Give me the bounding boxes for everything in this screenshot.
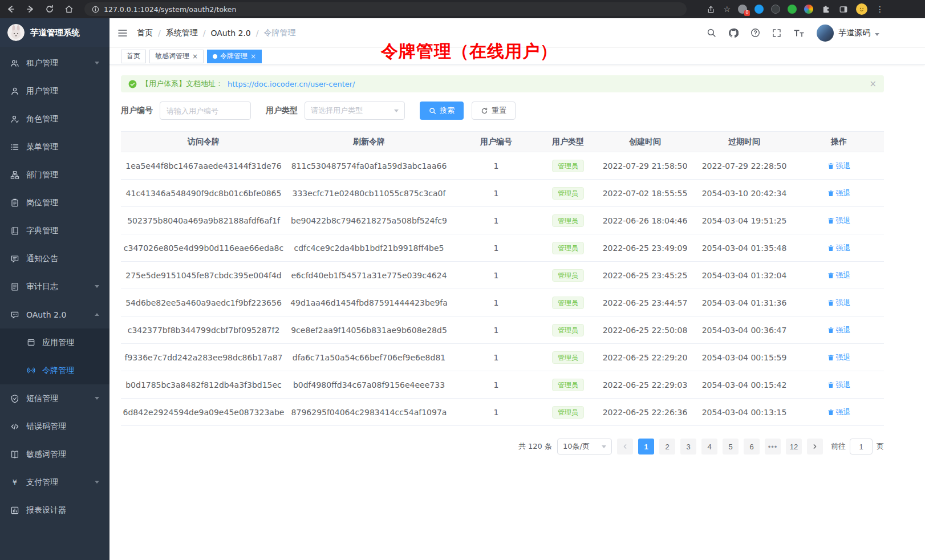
sidebar-item-post[interactable]: 岗位管理: [0, 189, 109, 217]
sidebar-item-pay[interactable]: ¥ 支付管理: [0, 468, 109, 496]
github-icon[interactable]: [728, 28, 739, 38]
font-size-icon[interactable]: [793, 29, 805, 38]
site-info-icon[interactable]: [91, 5, 99, 13]
topbar-actions: 芋道源码: [707, 25, 879, 42]
alert-close-icon[interactable]: ×: [869, 79, 877, 89]
topbar: 首页 / 系统管理 / OAuth 2.0 / 令牌管理: [109, 18, 925, 48]
tab-home[interactable]: 首页: [121, 50, 146, 63]
breadcrumb-oauth[interactable]: OAuth 2.0: [210, 29, 250, 38]
app-icon: [26, 338, 35, 347]
token-icon: [26, 366, 35, 375]
sidebar-item-dict[interactable]: 字典管理: [0, 217, 109, 245]
force-logout-button[interactable]: 强退: [827, 407, 851, 417]
goto-page-input[interactable]: [850, 439, 873, 455]
column-actions: 操作: [794, 132, 884, 152]
table-row: 41c41346a548490f9dc8b01c6bfe0865 333ecfc…: [121, 180, 884, 207]
refresh-token-cell: 9ce8ef2aa9f14056b831ae9b608e28d5: [286, 316, 452, 344]
address-bar[interactable]: 127.0.0.1:1024/system/oauth2/token: [84, 2, 687, 16]
reload-icon[interactable]: [44, 4, 55, 14]
page-size-value: 10条/页: [563, 441, 590, 452]
access-token-cell: 41c41346a548490f9dc8b01c6bfe0865: [121, 180, 286, 207]
next-page-button[interactable]: [807, 439, 823, 455]
sidebar-item-dept[interactable]: 部门管理: [0, 161, 109, 189]
extension-blue-icon[interactable]: [754, 5, 764, 14]
table-row: 502375b8040a469a9b82188afdf6af1f be90422…: [121, 207, 884, 234]
sidebar-item-menu[interactable]: 菜单管理: [0, 133, 109, 161]
extension-download-icon[interactable]: 0: [738, 5, 747, 14]
app-logo[interactable]: 芋道管理系统: [0, 18, 109, 47]
sidebar-item-user[interactable]: 用户管理: [0, 77, 109, 105]
prev-page-button[interactable]: [617, 439, 633, 455]
extensions-puzzle-icon[interactable]: [821, 4, 831, 14]
page-size-select[interactable]: 10条/页: [557, 439, 612, 455]
page-button-1[interactable]: 1: [638, 439, 654, 455]
user-menu[interactable]: 芋道源码: [817, 25, 879, 42]
extension-dark-icon[interactable]: [771, 5, 780, 14]
refresh-token-cell: b0df4980ffd34c67a08f9156e4eee733: [286, 371, 452, 399]
force-logout-button[interactable]: 强退: [827, 243, 851, 253]
search-button[interactable]: 搜索: [420, 102, 464, 120]
pagination: 共 120 条 10条/页 1 2 3 4 5 6 ••• 12: [121, 439, 884, 455]
extension-green-icon[interactable]: [788, 5, 797, 14]
sidebar-collapse-icon[interactable]: [117, 29, 128, 38]
force-logout-button[interactable]: 强退: [827, 188, 851, 198]
user-id-input[interactable]: [160, 102, 251, 120]
fullscreen-icon[interactable]: [772, 29, 781, 38]
access-token-cell: 6d842e2924594de9a09e45e087323abe: [121, 399, 286, 426]
reset-button[interactable]: 重置: [472, 102, 516, 120]
page-button-4[interactable]: 4: [701, 439, 717, 455]
sidebar-item-notice[interactable]: 通知公告: [0, 245, 109, 273]
home-icon[interactable]: [64, 4, 74, 14]
back-icon[interactable]: [6, 4, 16, 14]
close-icon[interactable]: ×: [250, 53, 256, 60]
doc-link[interactable]: https://doc.iocoder.cn/user-center/: [228, 80, 355, 88]
search-icon[interactable]: [707, 28, 716, 38]
menu-icon: [10, 143, 19, 152]
breadcrumb-system[interactable]: 系统管理: [166, 28, 198, 38]
share-icon[interactable]: [705, 4, 716, 14]
browser-profile-avatar[interactable]: [856, 3, 867, 15]
force-logout-button[interactable]: 强退: [827, 161, 851, 171]
sidebar-item-oauth[interactable]: OAuth 2.0: [0, 301, 109, 328]
sidebar-item-sensitive-word[interactable]: 敏感词管理: [0, 440, 109, 468]
sidebar-item-role[interactable]: 角色管理: [0, 105, 109, 133]
breadcrumb-home[interactable]: 首页: [137, 28, 153, 38]
sidebar-item-oauth-token[interactable]: 令牌管理: [0, 356, 109, 384]
force-logout-button[interactable]: 强退: [827, 380, 851, 390]
page-button-5[interactable]: 5: [723, 439, 739, 455]
page-button-12[interactable]: 12: [786, 439, 802, 455]
side-panel-icon[interactable]: [838, 4, 849, 14]
sidebar-item-audit-log[interactable]: 审计日志: [0, 273, 109, 301]
force-logout-button[interactable]: 强退: [827, 352, 851, 363]
close-icon[interactable]: ×: [192, 53, 198, 60]
user-id-cell: 1: [452, 262, 541, 289]
page-ellipsis[interactable]: •••: [765, 439, 781, 455]
force-logout-button[interactable]: 强退: [827, 298, 851, 308]
sidebar-item-error-code[interactable]: 错误码管理: [0, 412, 109, 440]
dict-icon: [10, 226, 19, 236]
page-button-3[interactable]: 3: [680, 439, 696, 455]
browser-menu-icon[interactable]: ⋮: [875, 4, 885, 14]
tab-token[interactable]: 令牌管理 ×: [207, 50, 262, 63]
force-logout-button[interactable]: 强退: [827, 216, 851, 226]
sidebar-item-label: 报表设计器: [26, 505, 66, 516]
tenant-icon: [10, 59, 19, 68]
user-type-badge: 管理员: [552, 242, 584, 254]
sidebar-item-sms[interactable]: 短信管理: [0, 384, 109, 412]
help-icon[interactable]: [750, 28, 760, 38]
goto-suffix: 页: [877, 441, 884, 452]
expires-at-cell: 2054-03-04 00:36:47: [695, 316, 794, 344]
force-logout-button[interactable]: 强退: [827, 270, 851, 281]
tab-sensitive-word[interactable]: 敏感词管理 ×: [149, 50, 204, 63]
forward-icon[interactable]: [25, 4, 35, 14]
sidebar-item-tenant[interactable]: 租户管理: [0, 49, 109, 77]
page-button-2[interactable]: 2: [659, 439, 675, 455]
user-type-select[interactable]: 请选择用户类型: [305, 102, 405, 120]
bookmark-star-icon[interactable]: ☆: [723, 5, 731, 14]
extension-pinwheel-icon[interactable]: [804, 5, 813, 14]
force-logout-button[interactable]: 强退: [827, 325, 851, 335]
sidebar-item-report-designer[interactable]: 报表设计器: [0, 496, 109, 524]
sidebar-item-oauth-app[interactable]: 应用管理: [0, 328, 109, 356]
refresh-token-cell: 333ecfc71e02480cb11055c875c3ca0f: [286, 180, 452, 207]
page-button-6[interactable]: 6: [744, 439, 760, 455]
